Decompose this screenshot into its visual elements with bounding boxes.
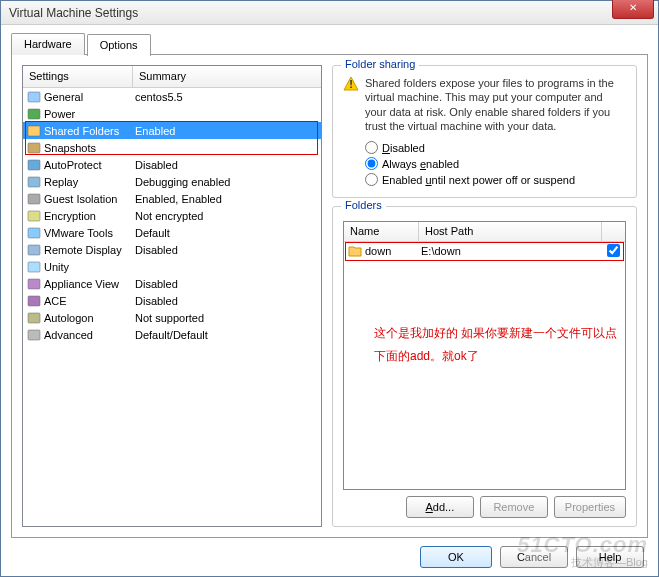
warning-row: ! Shared folders expose your files to pr… <box>343 76 626 133</box>
list-header: Settings Summary <box>23 66 321 88</box>
settings-row-unity[interactable]: Unity <box>23 258 321 275</box>
settings-row-autologon[interactable]: AutologonNot supported <box>23 309 321 326</box>
add-button[interactable]: Add... <box>406 496 474 518</box>
folder-list-header: Name Host Path <box>344 222 625 242</box>
settings-row-general[interactable]: Generalcentos5.5 <box>23 88 321 105</box>
folder-enable-checkbox[interactable] <box>607 244 620 257</box>
tabstrip: Hardware Options <box>11 33 648 55</box>
right-panel: Folder sharing ! Shared folders expose y… <box>332 65 637 527</box>
settings-row-encryption[interactable]: EncryptionNot encrypted <box>23 207 321 224</box>
settings-row-remote-display[interactable]: Remote DisplayDisabled <box>23 241 321 258</box>
group-title-folders: Folders <box>341 199 386 211</box>
folder-row[interactable]: downE:\down <box>344 242 625 260</box>
settings-row-shared-folders[interactable]: Shared FoldersEnabled <box>23 122 321 139</box>
tab-options[interactable]: Options <box>87 34 151 56</box>
col-check <box>601 222 625 241</box>
settings-row-guest-isolation[interactable]: Guest IsolationEnabled, Enabled <box>23 190 321 207</box>
settings-row-ace[interactable]: ACEDisabled <box>23 292 321 309</box>
svg-rect-1 <box>28 109 40 119</box>
vm-settings-window: Virtual Machine Settings ✕ Hardware Opti… <box>0 0 659 577</box>
folder-buttons: Add... Remove Properties <box>343 496 626 518</box>
col-settings[interactable]: Settings <box>23 66 133 87</box>
warning-text: Shared folders expose your files to prog… <box>365 76 626 133</box>
svg-rect-8 <box>28 228 40 238</box>
svg-rect-4 <box>28 160 40 170</box>
ok-button[interactable]: OK <box>420 546 492 568</box>
folder-list[interactable]: Name Host Path downE:\down 这个是我加好的 如果你要新… <box>343 221 626 490</box>
col-summary[interactable]: Summary <box>133 66 321 87</box>
col-name[interactable]: Name <box>344 222 419 241</box>
radio-until[interactable]: Enabled until next power off or suspend <box>365 173 626 186</box>
warning-icon: ! <box>343 76 359 92</box>
cancel-button[interactable]: Cancel <box>500 546 568 568</box>
folder-icon <box>348 244 362 258</box>
settings-row-vmware-tools[interactable]: VMware ToolsDefault <box>23 224 321 241</box>
dialog-buttons: OK Cancel Help <box>11 538 648 568</box>
settings-row-appliance-view[interactable]: Appliance ViewDisabled <box>23 275 321 292</box>
col-hostpath[interactable]: Host Path <box>419 222 601 241</box>
svg-rect-11 <box>28 279 40 289</box>
settings-row-snapshots[interactable]: Snapshots <box>23 139 321 156</box>
properties-button[interactable]: Properties <box>554 496 626 518</box>
folders-group: Folders Name Host Path downE:\down 这个是我加… <box>332 206 637 527</box>
svg-rect-2 <box>28 126 40 136</box>
titlebar: Virtual Machine Settings ✕ <box>1 1 658 25</box>
group-title-sharing: Folder sharing <box>341 58 419 70</box>
annotation-text: 这个是我加好的 如果你要新建一个文件可以点下面的add。就ok了 <box>374 322 619 368</box>
svg-rect-9 <box>28 245 40 255</box>
svg-rect-6 <box>28 194 40 204</box>
window-title: Virtual Machine Settings <box>9 6 138 20</box>
tab-content: Settings Summary Generalcentos5.5PowerSh… <box>11 54 648 538</box>
help-button[interactable]: Help <box>576 546 644 568</box>
svg-text:!: ! <box>349 78 353 90</box>
close-button[interactable]: ✕ <box>612 0 654 19</box>
tab-hardware[interactable]: Hardware <box>11 33 85 55</box>
settings-list[interactable]: Settings Summary Generalcentos5.5PowerSh… <box>22 65 322 527</box>
svg-rect-7 <box>28 211 40 221</box>
svg-rect-3 <box>28 143 40 153</box>
svg-rect-10 <box>28 262 40 272</box>
radio-always[interactable]: Always enabled <box>365 157 626 170</box>
body: Hardware Options Settings Summary Genera… <box>1 25 658 576</box>
radio-disabled[interactable]: Disabled <box>365 141 626 154</box>
svg-rect-13 <box>28 313 40 323</box>
settings-row-power[interactable]: Power <box>23 105 321 122</box>
svg-rect-14 <box>28 330 40 340</box>
folder-sharing-group: Folder sharing ! Shared folders expose y… <box>332 65 637 198</box>
svg-rect-12 <box>28 296 40 306</box>
svg-rect-5 <box>28 177 40 187</box>
settings-row-autoprotect[interactable]: AutoProtectDisabled <box>23 156 321 173</box>
remove-button[interactable]: Remove <box>480 496 548 518</box>
settings-row-replay[interactable]: ReplayDebugging enabled <box>23 173 321 190</box>
svg-rect-0 <box>28 92 40 102</box>
settings-row-advanced[interactable]: AdvancedDefault/Default <box>23 326 321 343</box>
